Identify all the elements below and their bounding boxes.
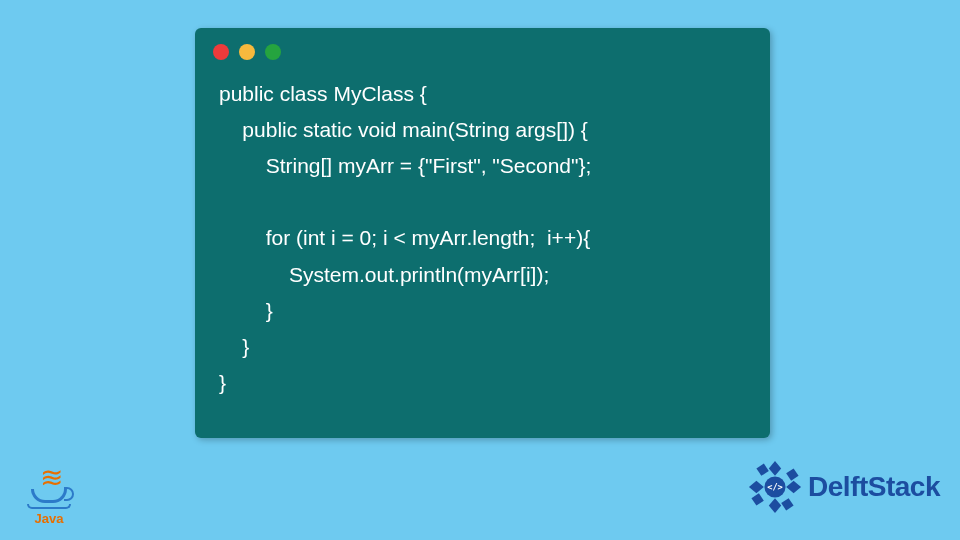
window-titlebar bbox=[195, 28, 770, 68]
minimize-icon bbox=[239, 44, 255, 60]
delftstack-icon: </> bbox=[744, 456, 806, 518]
close-icon bbox=[213, 44, 229, 60]
java-logo: ≋ Java bbox=[22, 470, 76, 526]
java-steam-icon: ≋ bbox=[22, 470, 76, 487]
maximize-icon bbox=[265, 44, 281, 60]
code-window: public class MyClass { public static voi… bbox=[195, 28, 770, 438]
svg-text:</>: </> bbox=[767, 482, 783, 492]
java-saucer-icon bbox=[27, 504, 71, 509]
java-label: Java bbox=[22, 511, 76, 526]
java-cup-icon bbox=[31, 489, 67, 503]
code-block: public class MyClass { public static voi… bbox=[195, 68, 770, 421]
delftstack-logo: </> DelftStack bbox=[744, 456, 940, 518]
delftstack-label: DelftStack bbox=[808, 471, 940, 503]
